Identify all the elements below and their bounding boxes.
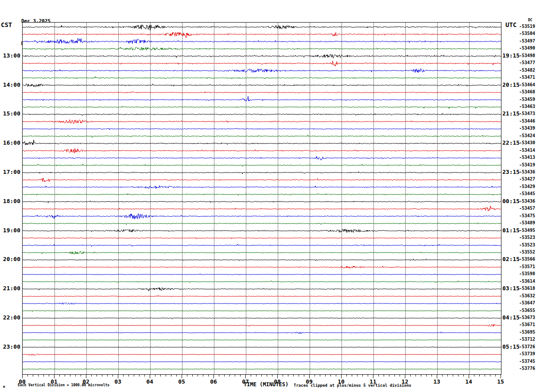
minor-tick [144, 374, 145, 377]
dc-offset-value: -53632 [519, 293, 535, 298]
minor-tick [320, 374, 320, 377]
major-tick [118, 374, 118, 378]
minor-tick [325, 374, 326, 377]
x-tick-label: 03 [111, 378, 124, 385]
major-tick [405, 374, 405, 378]
minor-tick [38, 374, 39, 377]
minor-tick [240, 374, 241, 377]
minor-tick [176, 374, 177, 377]
minor-tick [97, 374, 97, 377]
minor-tick [447, 374, 448, 377]
minor-tick [107, 374, 108, 377]
x-tick-label: 14 [462, 378, 475, 385]
dc-offset-value: -53490 [519, 46, 535, 50]
x-tick-label: 05 [175, 378, 188, 385]
major-tick [501, 374, 501, 378]
minor-tick [304, 374, 304, 377]
minor-tick [485, 374, 485, 377]
minor-tick [362, 374, 363, 377]
dc-offset-value: -53414 [519, 148, 535, 153]
cst-hour-label: 15:00 [0, 110, 20, 117]
dc-offset-value: -53463 [519, 104, 535, 109]
minor-tick [91, 374, 92, 377]
dc-offset-value: -53475 [519, 213, 535, 218]
minor-tick [187, 374, 187, 377]
minor-tick [426, 374, 427, 377]
minor-tick [33, 374, 33, 377]
dc-offset-value: -53739 [519, 351, 535, 356]
minor-tick [267, 374, 267, 377]
dc-offset-value: -53655 [519, 308, 535, 313]
minor-tick [27, 374, 28, 377]
dc-offset-value: -53419 [519, 162, 535, 167]
dc-offset-value: -53459 [519, 97, 535, 102]
minor-tick [229, 374, 230, 377]
left-timezone-label: CST [1, 21, 12, 28]
dc-offset-value: -53482 [519, 68, 535, 73]
minor-tick [293, 374, 294, 377]
dc-offset-value: -53464 [519, 82, 535, 87]
minor-tick [416, 374, 416, 377]
minor-tick [251, 374, 251, 377]
dc-offset-value: -53566 [519, 257, 535, 261]
minor-tick [352, 374, 352, 377]
dc-tag-label: DC [528, 18, 532, 22]
corner-mark: M [3, 385, 5, 389]
major-tick [22, 374, 23, 378]
minor-tick [81, 374, 81, 377]
cst-hour-label: 13:00 [0, 52, 20, 59]
dc-offset-value: -53477 [519, 60, 535, 65]
right-timezone-label: UTC [505, 21, 517, 28]
minor-tick [65, 374, 65, 377]
dc-offset-value: -53473 [519, 111, 535, 116]
dc-offset-value: -53497 [519, 38, 535, 43]
cst-hour-label: 23:00 [0, 343, 20, 350]
dc-offset-value: -53519 [519, 24, 535, 29]
minor-tick [410, 374, 411, 377]
minor-tick [463, 374, 464, 377]
dc-offset-value: -53618 [519, 286, 535, 291]
dc-offset-value: -53712 [519, 337, 535, 342]
minor-tick [384, 374, 384, 377]
minor-tick [288, 374, 288, 377]
minor-tick [368, 374, 368, 377]
cst-hour-label: 14:00 [0, 81, 20, 88]
major-tick [341, 374, 342, 378]
x-tick-label: 15 [494, 378, 507, 385]
dc-offset-value: -53427 [519, 177, 535, 181]
minor-tick [330, 374, 331, 377]
helicorder-page: Dec 3,2025 MPH HNZ NM 00 (CERI’s Basemen… [0, 0, 536, 392]
clipping-note: Traces clipped at plus/minus 5 vertical … [294, 383, 412, 388]
major-tick [437, 374, 437, 378]
major-tick [150, 374, 150, 378]
dc-offset-value: -53489 [519, 220, 535, 225]
major-tick [182, 374, 182, 378]
minor-tick [261, 374, 262, 377]
cst-hour-label: 22:00 [0, 314, 20, 321]
minor-tick [166, 374, 166, 377]
minor-tick [394, 374, 395, 377]
minor-tick [346, 374, 347, 377]
minor-tick [453, 374, 453, 377]
dc-offset-value: -53446 [519, 119, 535, 123]
dc-offset-value: -53498 [519, 53, 535, 58]
minor-tick [490, 374, 490, 377]
dc-offset-value: -53457 [519, 206, 535, 211]
minor-tick [192, 374, 193, 377]
dc-offset-value: -53571 [519, 264, 535, 269]
major-tick [214, 374, 214, 378]
major-tick [469, 374, 469, 378]
major-tick [86, 374, 86, 378]
dc-offset-value: -53614 [519, 279, 535, 284]
dc-offset-value: -53495 [519, 228, 535, 233]
minor-tick [123, 374, 124, 377]
minor-tick [283, 374, 283, 377]
dc-offset-value: -53598 [519, 271, 535, 276]
cst-hour-label: 18:00 [0, 198, 20, 204]
minor-tick [224, 374, 225, 377]
dc-offset-value: -53695 [519, 330, 535, 334]
seismogram-canvas [23, 23, 501, 374]
major-tick [245, 374, 246, 378]
cst-hour-label: 19:00 [0, 227, 20, 234]
minor-tick [219, 374, 219, 377]
